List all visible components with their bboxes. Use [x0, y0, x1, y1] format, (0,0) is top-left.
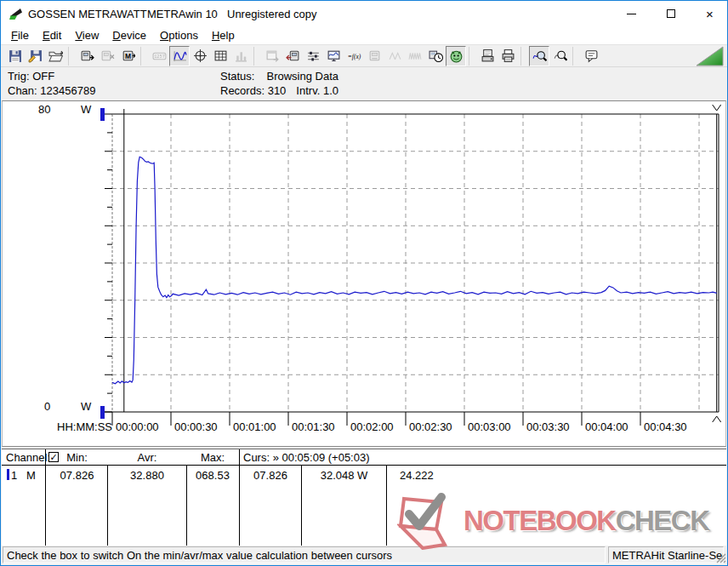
channel-settings-icon: [306, 49, 321, 63]
notebookcheck-logo: NOTEBOOKCHECK: [397, 492, 725, 550]
channel-settings-button[interactable]: [303, 46, 323, 66]
header-max: Max:: [186, 451, 239, 464]
cell-delta-value: 24.222: [400, 469, 434, 482]
table-view-button[interactable]: [210, 46, 230, 66]
crosshair-cursor-icon: [193, 49, 208, 63]
x-axis-format-label: HH:MM:SS: [49, 420, 112, 433]
measurement-info-strip: Trig: OFF Chan: 123456789 Status:Browsin…: [1, 67, 727, 100]
device-clear-icon: [100, 49, 115, 63]
device-clear-button[interactable]: [97, 46, 117, 66]
digital-display-button[interactable]: 1257: [149, 46, 169, 66]
app-window: GOSSEN METRAWATT METRAwin 10 Unregistere…: [0, 0, 728, 566]
y-axis-unit-bottom: W: [81, 400, 91, 413]
crosshair-cursor-button[interactable]: [190, 46, 210, 66]
zoom-curve-button[interactable]: [529, 46, 549, 66]
device-memory-icon: M: [121, 49, 135, 63]
menu-item-edit[interactable]: Edit: [36, 27, 68, 43]
device-config-button[interactable]: [364, 46, 384, 66]
save-as-button[interactable]: [25, 46, 45, 66]
wave-expand-button[interactable]: [405, 46, 425, 66]
print-preview-icon: [481, 49, 495, 63]
menu-item-options[interactable]: Options: [153, 27, 205, 43]
device-export-button[interactable]: [77, 46, 97, 66]
toolbar-separator: [572, 47, 578, 66]
close-icon: ×: [706, 8, 714, 20]
monitor-icon: [327, 49, 341, 63]
digital-display-icon: 1257: [152, 49, 167, 63]
comment-button[interactable]: [581, 46, 601, 66]
power-chart[interactable]: [3, 101, 725, 446]
x-tick-label: 00:00:00: [116, 420, 159, 433]
interval-clock-button[interactable]: [425, 46, 446, 66]
minimize-icon: [627, 14, 636, 14]
zoom-section-button[interactable]: [549, 46, 570, 66]
device-export-icon: [80, 49, 94, 63]
live-record-button[interactable]: [446, 46, 466, 66]
notebookcheck-wordmark: NOTEBOOKCHECK: [464, 505, 709, 537]
cell-avr-value: 32.880: [108, 469, 186, 482]
x-tick-label: 00:04:30: [644, 420, 687, 433]
svg-text:M: M: [124, 52, 130, 60]
open-file-button[interactable]: [45, 46, 65, 66]
cell-min-value: 07.826: [46, 469, 108, 482]
menu-bar: FileEditViewDeviceOptionsHelp: [1, 26, 727, 45]
svg-text:1257: 1257: [154, 54, 165, 60]
device-import-icon: [286, 49, 300, 63]
wave-compress-button[interactable]: [384, 46, 405, 66]
toolbar-separator: [253, 47, 259, 66]
notebookcheck-laptop-icon: [397, 492, 464, 550]
cell-channel-number: 1: [11, 469, 17, 482]
column-divider: [239, 449, 240, 546]
toolbar: M1257=f(x): [1, 45, 727, 67]
values-table: Channel: ✓ Min: Avr: Max: Curs: » 00:05:…: [2, 449, 726, 546]
header-avr: Avr:: [108, 451, 186, 464]
x-tick-label: 00:03:00: [468, 420, 511, 433]
cell-max-value: 068.53: [186, 469, 239, 482]
table-view-icon: [213, 49, 228, 63]
live-record-icon: [449, 49, 464, 63]
x-tick-label: 00:01:30: [292, 420, 335, 433]
monitor-button[interactable]: [323, 46, 344, 66]
y-axis-max-label: 80: [38, 103, 50, 116]
menu-item-view[interactable]: View: [68, 27, 105, 43]
maximize-icon: [667, 9, 675, 18]
formula-icon: =f(x): [347, 49, 361, 63]
wave-compress-icon: [388, 49, 402, 63]
minimize-button[interactable]: [612, 1, 651, 26]
cell-cursor1-value: 07.826: [240, 469, 301, 482]
column-divider: [386, 466, 387, 546]
open-file-icon: [48, 49, 63, 63]
cell-cursor2-value: 32.048 W: [302, 469, 386, 482]
cell-channel-mode: M: [26, 469, 36, 482]
save-button[interactable]: [4, 46, 25, 66]
menu-item-device[interactable]: Device: [105, 27, 153, 43]
chart-panel[interactable]: 80 W 0 W HH:MM:SS 00:00:0000:00:3000:01:…: [2, 100, 726, 447]
svg-text:=f(x): =f(x): [347, 53, 361, 60]
resize-grip[interactable]: [715, 552, 726, 563]
toolbar-separator: [68, 47, 74, 66]
close-button[interactable]: ×: [691, 1, 728, 26]
menu-item-help[interactable]: Help: [205, 27, 242, 43]
x-tick-label: 00:04:00: [585, 420, 628, 433]
zoom-curve-icon: [532, 49, 547, 63]
menu-item-file[interactable]: File: [4, 27, 36, 43]
maximize-button[interactable]: [651, 1, 690, 26]
title-app-name: GOSSEN METRAWATT: [28, 8, 147, 20]
formula-button[interactable]: =f(x): [344, 46, 364, 66]
window-export-button[interactable]: [262, 46, 282, 66]
zoom-section-icon: [553, 49, 567, 63]
print-preview-button[interactable]: [477, 46, 498, 66]
brand-corner-triangle-icon: [695, 46, 724, 66]
curve-view-button[interactable]: [169, 46, 190, 66]
print-button[interactable]: [498, 46, 518, 66]
bar-graph-button[interactable]: [230, 46, 251, 66]
bar-graph-icon: [234, 49, 248, 63]
device-memory-button[interactable]: M: [117, 46, 138, 66]
power-curve: [112, 157, 717, 384]
trigger-status: Trig: OFF: [8, 70, 54, 83]
y-axis-min-label: 0: [44, 400, 50, 413]
x-tick-label: 00:02:00: [350, 420, 394, 433]
window-export-icon: [265, 49, 280, 63]
device-import-button[interactable]: [282, 46, 303, 66]
app-logo-icon: [9, 7, 23, 21]
